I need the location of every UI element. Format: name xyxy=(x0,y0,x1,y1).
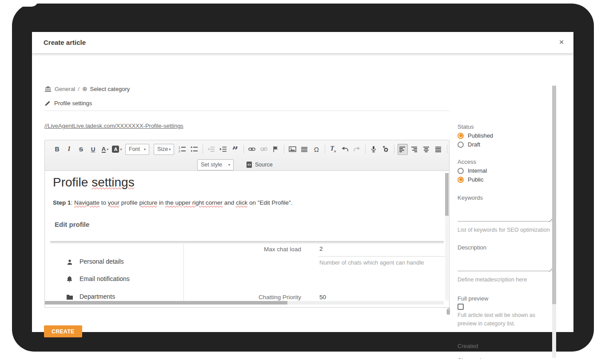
horizontal-line-icon[interactable] xyxy=(299,144,310,155)
changed-label: Changed xyxy=(458,357,552,359)
undo-icon[interactable] xyxy=(340,144,350,155)
radio-icon-public[interactable] xyxy=(458,177,464,183)
breadcrumb: General / ⊕ Select category xyxy=(44,85,130,92)
breadcrumb-category[interactable]: General xyxy=(55,86,75,92)
nav-item-label: Email notifications xyxy=(80,275,130,282)
keywords-input[interactable] xyxy=(458,202,550,222)
editor-horizontal-scrollbar-thumb[interactable] xyxy=(45,301,287,305)
sidebar-scrollbar[interactable] xyxy=(552,86,556,358)
radio-icon-draft[interactable] xyxy=(458,142,464,148)
microphone-icon[interactable] xyxy=(369,144,379,155)
category-bank-icon xyxy=(44,86,52,92)
anchor-flag-icon[interactable] xyxy=(271,144,281,155)
source-button[interactable]: Source xyxy=(246,161,273,168)
radio-icon-internal[interactable] xyxy=(458,168,464,174)
toolbar-separator xyxy=(284,145,284,154)
speech-settings-gear-icon[interactable] xyxy=(381,144,391,155)
access-label: Access xyxy=(458,158,552,165)
remove-format-icon[interactable]: Tx xyxy=(328,144,338,155)
keywords-helper: List of keywords for SEO optimization xyxy=(458,226,552,234)
font-dropdown[interactable]: Font▾ xyxy=(125,144,149,155)
field-underline xyxy=(318,256,446,257)
description-helper: Define metadescription here xyxy=(458,276,552,284)
description-label: Description xyxy=(458,244,552,251)
sidebar-scrollbar-thumb[interactable] xyxy=(552,86,556,304)
radio-label-published: Published xyxy=(468,132,493,139)
screenshot-nav-personal-details: Personal details xyxy=(66,258,124,265)
unlink-icon[interactable] xyxy=(259,144,269,155)
editor-toolbar: B I S U A▾ A▾ Font▾ Size▾ 12 xyxy=(44,140,450,171)
create-button[interactable]: CREATE xyxy=(44,325,82,337)
toolbar-separator xyxy=(203,145,203,154)
article-url-link[interactable]: //LiveAgentLive.ladesk.com/XXXXXXX-Profi… xyxy=(44,123,183,129)
toolbar-separator xyxy=(394,145,394,154)
text-color-icon[interactable]: A▾ xyxy=(100,144,110,155)
keywords-field-wrap xyxy=(458,202,552,223)
blockquote-icon[interactable]: ” xyxy=(230,144,240,155)
create-article-dialog: Create article × General / ⊕ Select cate… xyxy=(32,32,573,332)
align-left-icon[interactable] xyxy=(398,144,408,155)
indent-icon[interactable] xyxy=(218,144,228,155)
radio-label-public: Public xyxy=(468,176,483,183)
set-style-dropdown[interactable]: Set style▾ xyxy=(197,159,234,170)
embedded-screenshot-title: Edit profile xyxy=(55,221,89,228)
embedded-screenshot-shadow xyxy=(50,241,444,244)
underline-icon[interactable]: U xyxy=(88,144,98,155)
article-settings-sidebar: Status Published Draft Access Internal P… xyxy=(458,85,552,359)
special-character-icon[interactable]: Ω xyxy=(311,144,322,155)
bold-icon[interactable]: B xyxy=(52,144,62,155)
select-category-link[interactable]: Select category xyxy=(90,86,130,92)
align-center-icon[interactable] xyxy=(422,144,432,155)
toolbar-row-2: Set style▾ Source xyxy=(45,158,449,171)
link-icon[interactable] xyxy=(247,144,257,155)
radio-published[interactable]: Published xyxy=(458,132,552,139)
editor-content-area[interactable]: Profile settings Step 1: Navigatte to yo… xyxy=(44,171,450,308)
align-right-icon[interactable] xyxy=(410,144,420,155)
article-title-text: Profile settings xyxy=(54,100,92,107)
folder-icon xyxy=(66,294,73,300)
toolbar-row-1: B I S U A▾ A▾ Font▾ Size▾ 12 xyxy=(45,140,449,158)
created-label: Created xyxy=(458,343,552,349)
outdent-icon[interactable] xyxy=(206,144,216,155)
redo-icon[interactable] xyxy=(352,144,362,155)
svg-text:2: 2 xyxy=(179,150,180,153)
dialog-title: Create article xyxy=(44,39,86,46)
background-color-icon[interactable]: A▾ xyxy=(112,144,122,155)
radio-internal[interactable]: Internal xyxy=(458,167,552,174)
justify-icon[interactable] xyxy=(434,144,444,155)
article-title-row[interactable]: Profile settings xyxy=(44,100,92,107)
bulleted-list-icon[interactable] xyxy=(189,144,199,155)
breadcrumb-separator: / xyxy=(78,86,80,92)
person-icon xyxy=(66,259,73,266)
toolbar-separator xyxy=(325,145,325,154)
radio-draft[interactable]: Draft xyxy=(458,141,552,148)
size-dropdown[interactable]: Size▾ xyxy=(154,144,174,155)
full-preview-checkbox[interactable] xyxy=(458,304,464,310)
attachment-paperclip-icon[interactable] xyxy=(446,308,451,316)
divider xyxy=(44,111,450,111)
editor-vertical-scrollbar-thumb[interactable] xyxy=(445,173,449,216)
editor-vertical-scrollbar[interactable] xyxy=(445,173,449,301)
italic-icon[interactable]: I xyxy=(64,144,74,155)
screenshot-nav-departments: Departments xyxy=(66,293,115,300)
close-icon[interactable]: × xyxy=(556,36,567,48)
field-value-chatting-priority: 50 xyxy=(319,294,326,301)
editor-horizontal-scrollbar[interactable] xyxy=(45,301,444,305)
radio-label-draft: Draft xyxy=(468,141,480,148)
screenshot-nav-email-notifications: Email notifications xyxy=(66,275,130,282)
field-label-chatting-priority: Chatting Priority xyxy=(191,294,301,301)
embedded-screenshot-divider xyxy=(183,244,184,301)
bell-icon xyxy=(66,276,73,283)
toolbar-separator xyxy=(447,145,447,154)
field-value-max-chat-load: 2 xyxy=(319,245,323,252)
nav-item-label: Personal details xyxy=(80,258,124,265)
description-input[interactable] xyxy=(458,252,550,271)
toolbar-separator xyxy=(365,145,366,154)
svg-text:1: 1 xyxy=(179,146,180,149)
radio-icon-published[interactable] xyxy=(458,133,464,139)
strikethrough-icon[interactable]: S xyxy=(76,144,86,155)
image-icon[interactable] xyxy=(287,144,298,155)
ordered-list-icon[interactable]: 12 xyxy=(177,144,187,155)
nav-item-label: Departments xyxy=(80,293,115,300)
radio-public[interactable]: Public xyxy=(458,176,552,183)
